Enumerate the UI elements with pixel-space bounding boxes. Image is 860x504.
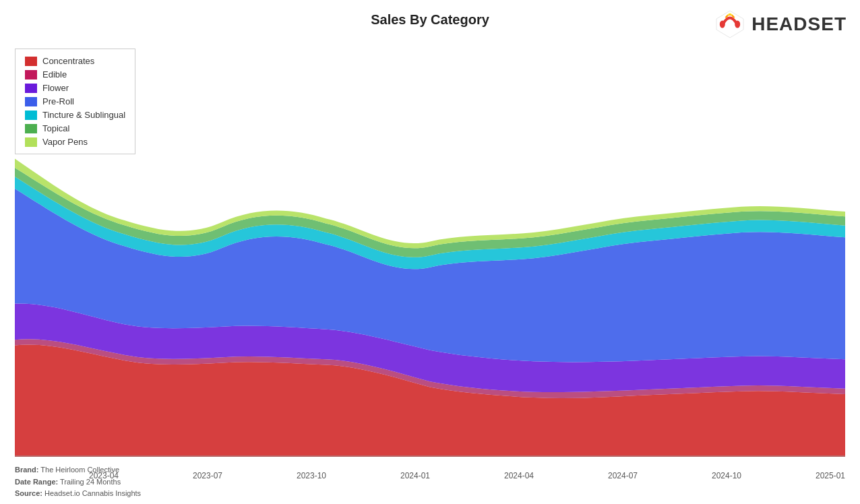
legend-swatch-edible <box>25 70 37 80</box>
footer-daterange: Date Range: Trailing 24 Months <box>15 476 141 489</box>
svg-point-1 <box>720 20 725 28</box>
x-label-3: 2023-10 <box>297 471 326 480</box>
legend-swatch-flower <box>25 84 37 93</box>
footer-daterange-value: Trailing 24 Months <box>60 478 121 486</box>
chart-legend: Concentrates Edible Flower Pre-Roll Tinc… <box>15 49 135 154</box>
legend-label-edible: Edible <box>42 69 67 80</box>
legend-item-tincture: Tincture & Sublingual <box>25 110 125 120</box>
legend-label-preroll: Pre-Roll <box>42 96 74 106</box>
footer-source-label: Source: <box>15 489 42 497</box>
headset-logo-text: HEADSET <box>751 13 847 35</box>
footer-source-value: Headset.io Cannabis Insights <box>44 489 141 497</box>
svg-point-2 <box>735 20 740 28</box>
x-label-4: 2024-01 <box>400 471 430 480</box>
legend-label-concentrates: Concentrates <box>42 56 94 66</box>
x-label-7: 2024-10 <box>712 471 741 480</box>
footer-info: Brand: The Heirloom Collective Date Rang… <box>15 464 141 500</box>
headset-logo: HEADSET <box>714 8 847 40</box>
footer-brand-label: Brand: <box>15 466 38 474</box>
legend-label-vaporpens: Vapor Pens <box>42 137 88 147</box>
chart-container: HEADSET Sales By Category Concentrates E… <box>0 0 860 504</box>
footer-brand-value: The Heirloom Collective <box>40 466 119 474</box>
legend-item-flower: Flower <box>25 83 125 93</box>
legend-item-vaporpens: Vapor Pens <box>25 137 125 147</box>
footer-daterange-label: Date Range: <box>15 478 58 486</box>
legend-swatch-topical <box>25 124 37 133</box>
legend-label-tincture: Tincture & Sublingual <box>42 110 125 120</box>
x-label-5: 2024-04 <box>504 471 534 480</box>
chart-area <box>15 46 845 457</box>
x-label-2: 2023-07 <box>193 471 222 480</box>
legend-swatch-preroll <box>25 97 37 106</box>
legend-item-edible: Edible <box>25 69 125 80</box>
legend-swatch-tincture <box>25 111 37 120</box>
legend-label-topical: Topical <box>42 123 69 133</box>
x-label-8: 2025-01 <box>816 471 845 480</box>
legend-item-topical: Topical <box>25 123 125 133</box>
chart-svg <box>15 46 845 457</box>
footer-brand: Brand: The Heirloom Collective <box>15 464 141 476</box>
x-label-6: 2024-07 <box>608 471 638 480</box>
legend-item-preroll: Pre-Roll <box>25 96 125 106</box>
headset-logo-icon <box>714 8 746 40</box>
legend-swatch-concentrates <box>25 57 37 66</box>
legend-label-flower: Flower <box>42 83 69 93</box>
footer-source: Source: Headset.io Cannabis Insights <box>15 488 141 500</box>
legend-swatch-vaporpens <box>25 137 37 147</box>
legend-item-concentrates: Concentrates <box>25 56 125 66</box>
